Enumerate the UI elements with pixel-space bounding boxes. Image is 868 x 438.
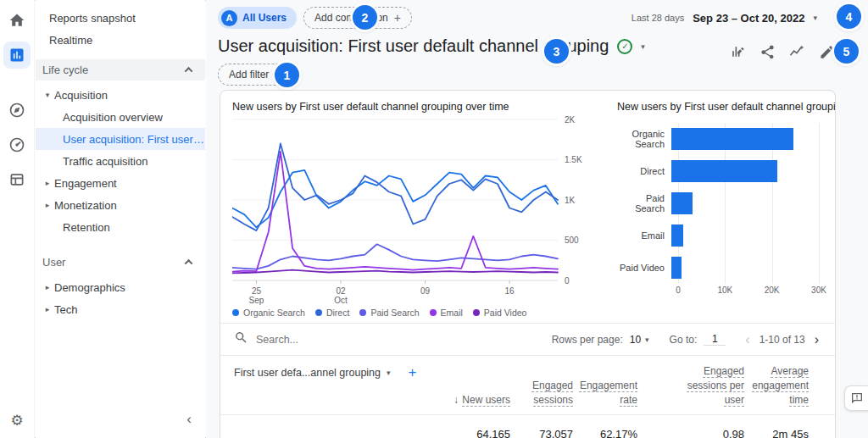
svg-text:Oct: Oct	[334, 296, 348, 305]
legend-dot	[430, 309, 437, 316]
bar-row: Paid Search	[617, 187, 823, 219]
insights-icon[interactable]	[786, 41, 808, 63]
total-engaged-sessions: 73,057	[510, 428, 573, 438]
sidebar-item-traffic-acquisition[interactable]: Traffic acquisition	[36, 150, 205, 172]
configure-icon[interactable]	[3, 166, 31, 193]
plus-icon: +	[394, 11, 401, 25]
total-new-users: 64,165	[436, 428, 510, 438]
sidebar-item-user-acquisition[interactable]: User acquisition: First user ...	[36, 128, 205, 150]
feedback-button[interactable]	[844, 385, 868, 411]
goto-page-input[interactable]: 1	[704, 333, 726, 346]
legend-item: Email	[430, 308, 463, 318]
bar-row: Direct	[617, 155, 823, 187]
explore-icon[interactable]	[3, 97, 31, 124]
chart-legend: Organic Search Direct Paid Search Email …	[232, 308, 598, 318]
next-page-icon[interactable]: ›	[812, 333, 821, 347]
advertising-icon[interactable]	[3, 131, 31, 158]
chevron-down-icon: ▾	[645, 335, 649, 344]
table-header: First user defa...annel grouping ▾ + ↓ N…	[220, 356, 835, 415]
chevron-up-icon	[185, 67, 193, 75]
share-icon[interactable]	[756, 41, 778, 63]
sidebar-item-realtime[interactable]: Realtime	[36, 29, 205, 51]
triangle-right-icon: ▸	[41, 201, 54, 209]
search-input[interactable]	[256, 334, 400, 346]
triangle-right-icon: ▸	[41, 305, 54, 313]
dimension-selector[interactable]: First user defa...annel grouping ▾ +	[234, 364, 436, 381]
sidebar-item-tech[interactable]: ▸ Tech	[36, 298, 205, 320]
svg-text:25: 25	[252, 286, 262, 296]
sidebar-item-demographics[interactable]: ▸ Demographics	[36, 276, 205, 298]
sidebar-item-monetization[interactable]: ▸ Monetization	[36, 194, 205, 216]
chevron-down-icon[interactable]: ▾	[641, 42, 645, 51]
date-preset-label: Last 28 days	[632, 13, 684, 23]
sidebar-item-retention[interactable]: Retention	[36, 216, 205, 238]
sidebar-item-acquisition[interactable]: ▾ Acquisition	[36, 84, 205, 106]
bar-chart-title: New users by First user default channel …	[617, 101, 823, 113]
data-quality-check-icon[interactable]: ✓	[617, 39, 632, 54]
column-header-engaged-sessions[interactable]: Engaged sessions	[510, 379, 573, 408]
triangle-down-icon: ▾	[41, 91, 54, 99]
sidebar-item-reports-snapshot[interactable]: Reports snapshot	[36, 7, 205, 29]
settings-gear-icon[interactable]: ⚙	[10, 412, 23, 430]
all-users-chip[interactable]: A All Users	[218, 7, 297, 29]
total-engaged-sessions-per-user: 0.98	[637, 428, 744, 438]
app-rail: ⚙	[0, 0, 35, 438]
svg-text:Sep: Sep	[249, 296, 264, 305]
sidebar-section-user[interactable]: User	[36, 252, 205, 273]
collapse-sidebar-icon[interactable]: ‹	[186, 411, 192, 428]
charts-row: New users by First user default channel …	[220, 91, 835, 318]
bar	[671, 128, 793, 150]
reports-sidebar: Reports snapshot Realtime Life cycle ▾ A…	[36, 0, 205, 438]
sort-desc-icon: ↓	[453, 394, 459, 406]
legend-dot	[359, 309, 366, 316]
total-average-engagement-time: 2m 45s	[744, 428, 809, 438]
column-header-engagement-rate[interactable]: Engagement rate	[573, 379, 637, 408]
table-search	[234, 330, 429, 348]
search-icon	[234, 330, 248, 348]
avatar: A	[221, 10, 237, 26]
bar-row: Paid Video	[617, 252, 823, 284]
legend-item: Paid Video	[473, 308, 527, 318]
legend-dot	[315, 309, 322, 316]
sidebar-section-life-cycle[interactable]: Life cycle	[36, 59, 205, 80]
svg-text:0: 0	[565, 276, 570, 286]
svg-text:09: 09	[420, 286, 431, 296]
chevron-up-icon	[185, 259, 193, 268]
svg-text:500: 500	[565, 236, 579, 245]
sidebar-item-engagement[interactable]: ▸ Engagement	[36, 172, 205, 194]
bar-x-axis: 0 10K 20K 30K	[678, 286, 819, 297]
column-header-new-users[interactable]: ↓ New users	[436, 393, 510, 408]
customize-report-icon[interactable]	[726, 41, 748, 63]
date-range-label: Sep 23 – Oct 20, 2022	[693, 12, 804, 25]
line-chart-svg: 05001K1.5K2K25Sep02Oct0916	[232, 114, 597, 308]
callout-4: 4	[837, 4, 861, 29]
date-range-picker[interactable]: Last 28 days Sep 23 – Oct 20, 2022 ▾	[632, 12, 817, 25]
table-controls: Rows per page: 10 ▾ Go to: 1 ‹ 1-10 of 1…	[220, 324, 835, 356]
rows-per-page-label: Rows per page:	[552, 334, 623, 346]
add-column-icon[interactable]: +	[409, 364, 417, 381]
reports-icon[interactable]	[3, 42, 31, 69]
callout-1: 1	[275, 63, 299, 87]
callout-5: 5	[834, 39, 859, 64]
feedback-bubble-icon	[850, 391, 864, 405]
bar-chart-area: Organic Search Direct Paid Search Email …	[617, 123, 823, 284]
bar-chart-block: New users by First user default channel …	[617, 101, 823, 318]
svg-text:02: 02	[336, 286, 346, 296]
totals-row: 64,165 73,057 62.17% 0.98 2m 45s	[220, 415, 835, 438]
chevron-down-icon: ▾	[387, 369, 391, 377]
sidebar-item-acquisition-overview[interactable]: Acquisition overview	[36, 106, 205, 128]
column-header-engaged-sessions-per-user[interactable]: Engaged sessions per user	[637, 364, 744, 407]
prev-page-icon[interactable]: ‹	[743, 333, 752, 347]
goto-label: Go to:	[670, 334, 698, 346]
total-engagement-rate: 62.17%	[573, 428, 637, 438]
triangle-right-icon: ▸	[41, 283, 54, 291]
chevron-down-icon: ▾	[813, 14, 817, 22]
bar-row: Email	[617, 219, 823, 252]
rows-per-page-select[interactable]: 10 ▾	[630, 334, 649, 346]
comparison-bar: A All Users Add comparison + Last 28 day…	[206, 0, 868, 32]
legend-dot	[473, 309, 480, 316]
legend-item: Organic Search	[232, 308, 305, 318]
column-header-average-engagement-time[interactable]: Average engagement time	[744, 364, 809, 407]
home-icon[interactable]	[3, 7, 31, 34]
report-card: New users by First user default channel …	[220, 90, 836, 438]
